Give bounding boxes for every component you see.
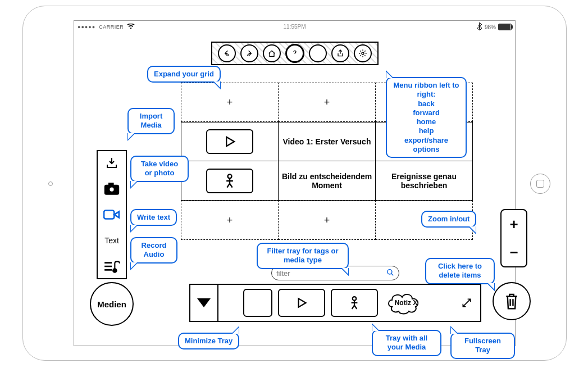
- callout-filter-tray: Filter tray for tags or media type: [257, 243, 349, 269]
- menu-ribbon: [211, 42, 379, 65]
- expand-cell[interactable]: +: [181, 83, 279, 122]
- clock: 11:55PM: [74, 24, 515, 30]
- media-tray: Notiz X: [189, 284, 481, 322]
- delete-button[interactable]: [493, 282, 531, 320]
- chevron-down-icon: [197, 298, 211, 307]
- svg-rect-4: [109, 183, 113, 186]
- callout-write-text: Write text: [130, 209, 177, 226]
- expand-cell[interactable]: +: [279, 201, 376, 240]
- expand-cell[interactable]: +: [279, 83, 376, 122]
- screen: ●●●●● CARRIER 11:55PM 98%: [74, 20, 516, 346]
- callout-expand-grid: Expand your grid: [147, 66, 221, 83]
- grid-cell-video1-label[interactable]: Video 1: Erster Versuch: [279, 122, 376, 161]
- options-icon[interactable]: [354, 44, 372, 62]
- callout-import-media: Import Media: [127, 108, 175, 134]
- grid-row: Bild zu entscheidendem Moment Ereignisse…: [181, 161, 473, 201]
- callout-minimize-tray: Minimize Tray: [178, 333, 239, 349]
- tablet-camera: [48, 181, 53, 186]
- person-thumb: [206, 169, 253, 193]
- tray-items[interactable]: Notiz X: [218, 285, 453, 321]
- search-icon: [386, 269, 394, 278]
- callout-fullscreen-tray: Fullscreen Tray: [450, 333, 515, 359]
- grid-cell-person-thumb[interactable]: [181, 161, 279, 201]
- grid-cell-bild-label[interactable]: Bild zu entscheidendem Moment: [279, 161, 376, 201]
- tray-card-empty[interactable]: [243, 289, 272, 317]
- callout-media-tray: Tray with all your Media: [372, 330, 441, 356]
- left-toolbar: Text: [97, 150, 127, 279]
- zoom-in-button[interactable]: +: [502, 210, 526, 238]
- callout-menu-ribbon: Menu ribbon left to right: back forward …: [386, 77, 467, 158]
- audio-button[interactable]: [102, 259, 122, 274]
- callout-click-delete: Click here to delete items: [425, 258, 495, 284]
- grid-cell-video-thumb[interactable]: [181, 122, 279, 161]
- battery-icon: [498, 24, 512, 30]
- home-button[interactable]: [530, 174, 550, 194]
- home-icon[interactable]: [263, 44, 281, 62]
- grid-cell-ereignisse-label[interactable]: Ereignisse genau beschrieben: [376, 161, 473, 201]
- svg-point-8: [353, 297, 357, 301]
- battery-percent: 98%: [485, 24, 496, 30]
- bluetooth-icon: [477, 22, 482, 31]
- svg-point-7: [388, 269, 392, 274]
- medien-label: Medien: [90, 282, 134, 326]
- callout-take-video-photo: Take video or photo: [130, 156, 189, 182]
- callout-record-audio: Record Audio: [130, 237, 177, 264]
- import-media-button[interactable]: [102, 156, 122, 170]
- help-icon[interactable]: [285, 44, 304, 63]
- back-icon[interactable]: [218, 44, 236, 62]
- zoom-out-button[interactable]: −: [502, 238, 526, 266]
- svg-point-3: [109, 187, 115, 192]
- expand-cell[interactable]: +: [181, 201, 279, 240]
- record-icon[interactable]: [309, 44, 327, 62]
- svg-rect-5: [104, 211, 114, 219]
- svg-point-1: [228, 174, 232, 178]
- video-button[interactable]: [102, 207, 122, 222]
- text-button[interactable]: Text: [102, 233, 122, 248]
- forward-icon[interactable]: [240, 44, 258, 62]
- svg-point-6: [113, 269, 116, 272]
- callout-zoom: Zoom in/out: [421, 211, 476, 228]
- play-thumb: [206, 129, 253, 154]
- fullscreen-tray-button[interactable]: [453, 285, 480, 321]
- svg-point-0: [362, 52, 364, 55]
- tray-card-person[interactable]: [331, 289, 378, 317]
- tray-card-video[interactable]: [278, 289, 325, 317]
- camera-button[interactable]: [102, 181, 122, 196]
- tablet-frame: ●●●●● CARRIER 11:55PM 98%: [22, 6, 567, 361]
- minimize-tray-button[interactable]: [190, 285, 218, 321]
- share-icon[interactable]: [331, 44, 349, 62]
- zoom-control: + −: [500, 209, 527, 267]
- tray-card-note[interactable]: Notiz X: [384, 290, 429, 316]
- status-bar: ●●●●● CARRIER 11:55PM 98%: [74, 21, 515, 34]
